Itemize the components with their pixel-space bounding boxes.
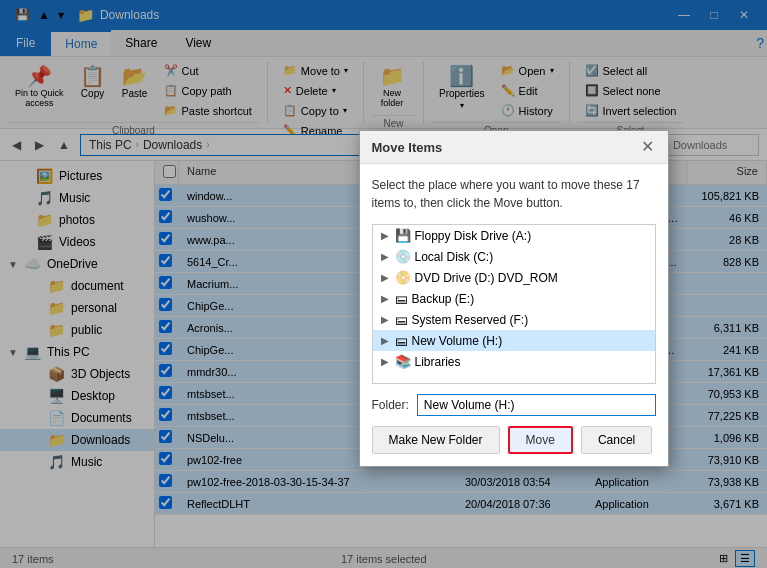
sysreserved-label: System Reserved (F:) [412,313,529,327]
modal-overlay: Move Items ✕ Select the place where you … [0,0,767,568]
modal-tree[interactable]: ▶ 💾 Floppy Disk Drive (A:) ▶ 💿 Local Dis… [372,224,656,384]
local-c-expand-icon: ▶ [381,251,391,262]
folder-label: Folder: [372,398,409,412]
modal-body: Select the place where you want to move … [360,164,668,466]
backup-icon: 🖴 [395,291,408,306]
newvolume-icon: 🖴 [395,333,408,348]
dvd-icon: 📀 [395,270,411,285]
tree-item-dvd[interactable]: ▶ 📀 DVD Drive (D:) DVD_ROM [373,267,655,288]
tree-item-floppy[interactable]: ▶ 💾 Floppy Disk Drive (A:) [373,225,655,246]
modal-close-btn[interactable]: ✕ [639,139,656,155]
tree-item-backup[interactable]: ▶ 🖴 Backup (E:) [373,288,655,309]
newvolume-label: New Volume (H:) [412,334,503,348]
move-items-modal: Move Items ✕ Select the place where you … [359,130,669,467]
libraries-icon: 📚 [395,354,411,369]
tree-item-sysreserved[interactable]: ▶ 🖴 System Reserved (F:) [373,309,655,330]
floppy-icon: 💾 [395,228,411,243]
cancel-btn[interactable]: Cancel [581,426,652,454]
modal-folder-row: Folder: [372,394,656,416]
backup-expand-icon: ▶ [381,293,391,304]
tree-item-libraries[interactable]: ▶ 📚 Libraries [373,351,655,372]
tree-item-local-c[interactable]: ▶ 💿 Local Disk (C:) [373,246,655,267]
tree-item-newvolume[interactable]: ▶ 🖴 New Volume (H:) [373,330,655,351]
local-c-label: Local Disk (C:) [415,250,494,264]
dvd-label: DVD Drive (D:) DVD_ROM [415,271,558,285]
modal-buttons: Make New Folder Move Cancel [372,426,656,454]
move-btn[interactable]: Move [508,426,573,454]
floppy-expand-icon: ▶ [381,230,391,241]
sysreserved-icon: 🖴 [395,312,408,327]
sysreserved-expand-icon: ▶ [381,314,391,325]
make-new-folder-btn[interactable]: Make New Folder [372,426,500,454]
modal-description: Select the place where you want to move … [372,176,656,212]
modal-title: Move Items [372,140,443,155]
local-c-icon: 💿 [395,249,411,264]
dvd-expand-icon: ▶ [381,272,391,283]
newvolume-expand-icon: ▶ [381,335,391,346]
modal-title-bar: Move Items ✕ [360,131,668,164]
backup-label: Backup (E:) [412,292,475,306]
floppy-label: Floppy Disk Drive (A:) [415,229,532,243]
libraries-label: Libraries [415,355,461,369]
libraries-expand-icon: ▶ [381,356,391,367]
folder-input[interactable] [417,394,656,416]
